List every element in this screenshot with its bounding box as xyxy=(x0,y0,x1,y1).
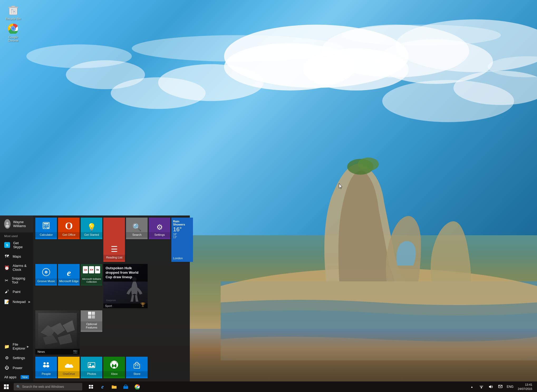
sidebar-item-get-skype-label: Get Skype xyxy=(13,241,29,249)
language-indicator[interactable]: ENG xyxy=(505,385,515,389)
tile-optional-features[interactable]: Optional Features xyxy=(81,310,102,332)
sidebar-item-notepad[interactable]: 📝 Notepad ▶ xyxy=(0,297,33,307)
svg-rect-64 xyxy=(4,384,6,386)
svg-rect-49 xyxy=(38,313,77,347)
tile-microsoft-edge[interactable]: e Microsoft Edge xyxy=(58,264,80,286)
taskbar-system-tray: ▲ ENG xyxy=(467,381,537,392)
recycle-bin-desktop-icon[interactable]: Recycle Bin xyxy=(3,3,24,22)
file-explorer-taskbar-icon xyxy=(112,384,117,389)
tile-store[interactable]: Store xyxy=(126,357,148,378)
new-badge: New xyxy=(21,375,29,379)
sidebar-item-settings-label: Settings xyxy=(13,356,25,360)
tile-groove-music[interactable]: Groove Music xyxy=(35,264,57,286)
start-button[interactable] xyxy=(0,381,13,392)
notification-icon-btn[interactable] xyxy=(496,381,505,392)
notepad-arrow-icon: ▶ xyxy=(28,300,31,303)
tile-calculator[interactable]: Calculator xyxy=(35,218,57,239)
svg-rect-39 xyxy=(47,227,49,228)
sidebar-item-settings[interactable]: ⚙ Settings xyxy=(0,353,33,363)
svg-point-18 xyxy=(358,158,379,171)
sidebar-item-snipping-tool[interactable]: ✂ Snipping Tool xyxy=(0,274,33,287)
tile-sport-news[interactable]: Gazprom Outspoken Hulk dropped from Worl… xyxy=(103,264,148,308)
svg-point-31 xyxy=(6,225,9,228)
tile-photos[interactable]: Photos xyxy=(81,357,102,378)
tile-reading-list[interactable]: ☰ Reading List xyxy=(103,218,125,262)
google-chrome-desktop-icon[interactable]: Google Chrome xyxy=(3,21,24,43)
recycle-bin-label: Recycle Bin xyxy=(6,17,21,21)
svg-rect-70 xyxy=(89,387,91,389)
reading-list-tile-icon: ☰ xyxy=(111,244,118,254)
svg-rect-72 xyxy=(123,386,128,389)
tile-settings[interactable]: ⚙ Settings xyxy=(149,218,170,239)
svg-rect-36 xyxy=(47,225,49,226)
svg-point-54 xyxy=(43,362,46,364)
tile-xbox[interactable]: Xbox xyxy=(103,357,125,378)
user-name: Wayne Williams xyxy=(13,220,29,228)
volume-icon xyxy=(489,385,493,389)
user-avatar xyxy=(4,219,11,229)
svg-rect-34 xyxy=(44,225,45,226)
tile-news[interactable]: News 📷 xyxy=(35,310,80,355)
all-apps-item[interactable]: All apps New xyxy=(0,373,33,381)
photos-tile-icon xyxy=(88,361,95,371)
weather-condition: Rain Showers xyxy=(173,220,191,226)
svg-marker-79 xyxy=(489,385,491,388)
taskbar-search-input[interactable] xyxy=(22,385,80,389)
tile-get-started[interactable]: 💡 Get Started xyxy=(81,218,102,239)
sidebar-item-maps-label: Maps xyxy=(13,254,21,258)
sidebar-item-alarms-clock-label: Alarms & Clock xyxy=(13,264,29,272)
sidebar-item-alarms-clock[interactable]: ⏰ Alarms & Clock xyxy=(0,261,33,274)
tile-solitaire[interactable]: Q♠ K♥ 9♠ Microsoft Solitaire Collection xyxy=(81,264,102,286)
store-taskbar-icon xyxy=(123,384,128,389)
taskbar-file-explorer[interactable] xyxy=(109,381,120,392)
sidebar-item-get-skype[interactable]: S Get Skype xyxy=(0,239,33,251)
tile-get-office[interactable]: O Get Office xyxy=(58,218,80,239)
tiles-row-1: Calculator O Get Office 💡 Get Started ☰ … xyxy=(35,218,193,262)
sidebar-item-maps[interactable]: 🗺 Maps xyxy=(0,251,33,261)
sidebar-item-power[interactable]: ⏻ Power xyxy=(0,363,33,373)
people-tile-label: People xyxy=(35,371,57,377)
taskbar-search-icon: 🔍 xyxy=(16,385,21,389)
calculator-tile-label: Calculator xyxy=(35,232,57,238)
file-explorer-icon: 📁 xyxy=(4,344,9,349)
get-started-tile-icon: 💡 xyxy=(87,223,96,232)
start-menu-left-panel: Wayne Williams Most used S Get Skype 🗺 M… xyxy=(0,215,33,381)
office-tile-icon: O xyxy=(65,220,73,232)
taskbar-clock[interactable]: 13:41 24/07/2015 xyxy=(515,383,535,391)
network-icon xyxy=(479,385,483,389)
tile-people[interactable]: People xyxy=(35,357,57,378)
reading-list-tile-label: Reading List xyxy=(103,255,125,260)
taskbar-store[interactable] xyxy=(120,381,131,392)
svg-rect-38 xyxy=(46,227,47,228)
groove-music-tile-label: Groove Music xyxy=(35,278,57,284)
taskbar-date: 24/07/2015 xyxy=(518,387,532,391)
tile-onedrive[interactable]: OneDrive xyxy=(58,357,80,378)
user-section[interactable]: Wayne Williams xyxy=(0,215,33,232)
tile-weather[interactable]: Rain Showers 16° 18° 13° London xyxy=(171,218,193,262)
system-tray-chevron[interactable]: ▲ xyxy=(467,381,477,392)
tile-search[interactable]: 🔍 Search xyxy=(126,218,148,239)
svg-rect-53 xyxy=(92,315,95,318)
settings-icon: ⚙ xyxy=(4,355,9,360)
taskbar-chrome[interactable] xyxy=(132,381,143,392)
volume-icon-btn[interactable] xyxy=(486,381,496,392)
maps-icon: 🗺 xyxy=(4,254,9,259)
store-tile-icon xyxy=(133,361,141,371)
weather-temp: 16° xyxy=(173,226,191,233)
svg-point-59 xyxy=(89,364,91,365)
svg-rect-33 xyxy=(44,223,49,224)
sidebar-item-paint[interactable]: 🖌 Paint xyxy=(0,287,33,297)
network-icon-btn[interactable] xyxy=(477,381,486,392)
svg-point-55 xyxy=(43,365,46,368)
search-tile-icon: 🔍 xyxy=(132,223,142,232)
photos-tile-label: Photos xyxy=(81,371,102,377)
sidebar-item-file-explorer[interactable]: 📁 File Explorer ▶ xyxy=(0,340,33,353)
weather-city: London xyxy=(173,257,191,260)
taskbar-edge[interactable]: e xyxy=(97,381,108,392)
task-view-icon xyxy=(89,385,93,389)
taskbar-task-view[interactable] xyxy=(85,381,96,392)
get-office-tile-label: Get Office xyxy=(58,232,80,238)
taskbar-search-box[interactable]: 🔍 xyxy=(14,383,82,390)
edge-tile-label: Microsoft Edge xyxy=(58,278,80,284)
taskbar: 🔍 e xyxy=(0,381,537,392)
